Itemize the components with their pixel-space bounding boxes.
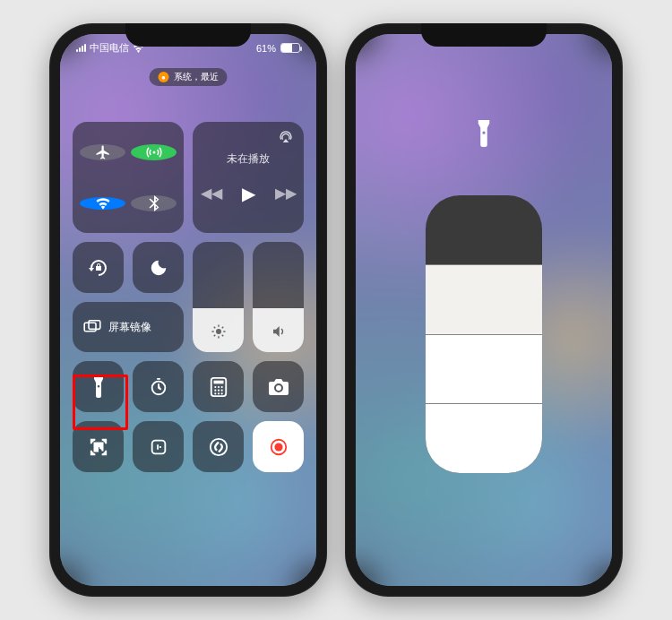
wifi-button[interactable] xyxy=(80,197,125,210)
calculator-button[interactable] xyxy=(193,361,244,412)
flashlight-icon xyxy=(476,120,492,151)
control-center-grid: 未在播放 ◀◀ ▶ ▶▶ xyxy=(73,122,304,472)
svg-point-11 xyxy=(217,389,219,391)
screen-mirror-icon xyxy=(83,320,101,334)
svg-point-14 xyxy=(217,392,219,394)
recent-app-pill[interactable]: ● 系统，最近 xyxy=(150,68,228,86)
svg-rect-17 xyxy=(99,443,102,446)
notch xyxy=(421,23,547,47)
media-title: 未在播放 xyxy=(227,151,270,167)
screen: 中国电信 61% ● 系统，最近 xyxy=(60,34,316,586)
camera-button[interactable] xyxy=(253,361,304,412)
mic-indicator-icon: ● xyxy=(159,72,169,82)
svg-point-9 xyxy=(220,386,222,388)
svg-point-0 xyxy=(152,151,155,153)
cellular-data-button[interactable] xyxy=(131,144,177,160)
svg-rect-3 xyxy=(89,321,100,330)
svg-rect-18 xyxy=(94,448,98,452)
prev-track-icon[interactable]: ◀◀ xyxy=(201,185,222,202)
play-icon[interactable]: ▶ xyxy=(242,183,255,204)
svg-point-12 xyxy=(220,389,222,391)
svg-point-15 xyxy=(220,392,222,394)
flashlight-level-3[interactable] xyxy=(426,264,542,334)
svg-rect-16 xyxy=(94,443,98,446)
do-not-disturb-button[interactable] xyxy=(133,242,184,293)
svg-rect-2 xyxy=(84,323,96,332)
brightness-icon xyxy=(211,323,227,343)
svg-point-20 xyxy=(210,439,226,455)
notch xyxy=(125,23,251,47)
carrier-label: 中国电信 xyxy=(90,41,129,55)
svg-point-22 xyxy=(274,443,282,451)
orientation-lock-button[interactable] xyxy=(73,242,124,293)
svg-point-8 xyxy=(217,386,219,388)
airplay-icon xyxy=(279,131,293,143)
bluetooth-button[interactable] xyxy=(131,195,177,211)
timer-button[interactable] xyxy=(133,361,184,412)
shazam-button[interactable] xyxy=(193,421,244,472)
next-track-icon[interactable]: ▶▶ xyxy=(275,185,297,202)
flashlight-button[interactable] xyxy=(73,361,124,412)
svg-point-13 xyxy=(214,392,216,394)
flashlight-brightness-slider[interactable] xyxy=(426,195,542,473)
qr-scanner-button[interactable] xyxy=(73,421,124,472)
connectivity-tile xyxy=(73,122,184,233)
phone-mockup-control-center: 中国电信 61% ● 系统，最近 xyxy=(49,23,327,597)
volume-icon xyxy=(271,323,287,343)
screen-mirroring-button[interactable]: 屏幕镜像 xyxy=(73,302,184,352)
battery-text: 61% xyxy=(256,43,276,54)
volume-slider[interactable] xyxy=(253,242,304,352)
brightness-slider[interactable] xyxy=(193,242,244,352)
svg-rect-6 xyxy=(213,381,223,384)
screen-record-button[interactable] xyxy=(253,421,304,472)
signal-bars-icon xyxy=(76,44,86,52)
media-tile[interactable]: 未在播放 ◀◀ ▶ ▶▶ xyxy=(193,122,304,233)
svg-point-1 xyxy=(216,329,221,334)
svg-point-7 xyxy=(214,386,216,388)
hearing-button[interactable] xyxy=(133,421,184,472)
airplane-mode-button[interactable] xyxy=(80,144,125,160)
flashlight-level-2[interactable] xyxy=(426,334,542,404)
flashlight-level-1[interactable] xyxy=(426,403,542,473)
screen xyxy=(356,34,612,586)
flashlight-level-4[interactable] xyxy=(426,195,542,264)
svg-point-10 xyxy=(214,389,216,391)
phone-mockup-flashlight-detail xyxy=(345,23,623,597)
battery-icon xyxy=(280,43,300,53)
